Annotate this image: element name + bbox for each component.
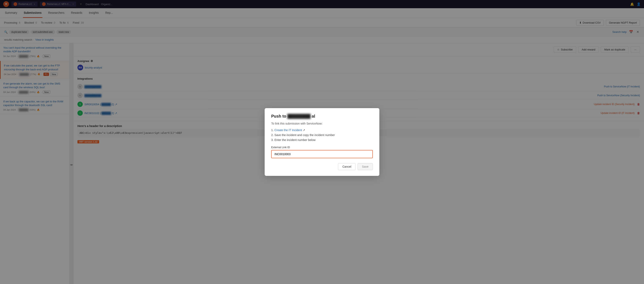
modal-step-3: 3. Enter the incident number below bbox=[271, 138, 373, 141]
modal-title: Push to ████████ al bbox=[271, 114, 373, 119]
modal-subtitle: To link this submission with ServiceNow: bbox=[271, 122, 373, 125]
modal-save-button[interactable]: Save bbox=[358, 163, 373, 170]
create-it-incident-link[interactable]: Create the IT Incident bbox=[274, 128, 302, 132]
modal-step-1: 1. Create the IT Incident ↗ bbox=[271, 128, 373, 132]
step-1-number: 1. bbox=[271, 128, 274, 132]
modal-steps: 1. Create the IT Incident ↗ 2. Save the … bbox=[271, 128, 373, 141]
push-to-servicenow-modal: Push to ████████ al To link this submiss… bbox=[265, 108, 379, 176]
modal-overlay: Push to ████████ al To link this submiss… bbox=[0, 0, 644, 284]
modal-step-2: 2. Save the incident and copy the incide… bbox=[271, 133, 373, 137]
modal-footer: Cancel Save bbox=[271, 163, 373, 170]
external-link-icon: ↗ bbox=[303, 128, 305, 132]
step-3-number: 3. bbox=[271, 138, 274, 141]
step-2-number: 2. bbox=[271, 133, 274, 137]
external-link-input[interactable] bbox=[271, 150, 373, 158]
external-link-label: External Link ID bbox=[271, 146, 373, 149]
modal-cancel-button[interactable]: Cancel bbox=[338, 163, 356, 170]
